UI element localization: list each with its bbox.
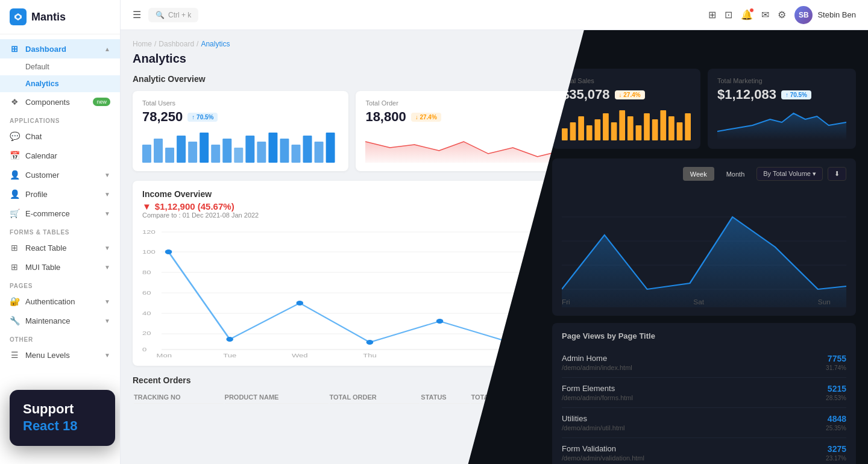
- apps-icon[interactable]: ⊡: [725, 9, 732, 20]
- dark-stat-cards: Total Sales $35,078 ↓ 27.4%: [552, 69, 856, 149]
- pv-value: 5215: [826, 384, 846, 393]
- svg-rect-12: [660, 110, 666, 140]
- svg-rect-32: [245, 136, 254, 163]
- pv-pct: 25.35%: [826, 425, 846, 431]
- sidebar-item-authentication[interactable]: 🔐 Authentication ▼: [0, 292, 120, 311]
- pv-path: /demo/admin/index.html: [562, 364, 826, 371]
- header-search[interactable]: 🔍 Ctrl + k: [148, 8, 198, 22]
- sidebar-item-ecommerce[interactable]: 🛒 E-commerce ▼: [0, 204, 120, 223]
- pv-info: Admin Home /demo/admin/index.html: [562, 354, 826, 371]
- mail-icon[interactable]: ✉: [761, 9, 769, 20]
- svg-text:80: 80: [142, 269, 151, 275]
- menu-toggle-icon[interactable]: ☰: [133, 9, 141, 20]
- svg-point-54: [165, 249, 172, 254]
- logo-icon: [10, 8, 27, 25]
- mui-table-icon: ⊞: [10, 262, 19, 272]
- svg-rect-38: [315, 142, 324, 163]
- col-product: PRODUCT NAME: [225, 391, 329, 404]
- chevron-down-icon: ▼: [104, 172, 110, 178]
- dark-stat-label-sales: Total Sales: [562, 77, 691, 84]
- income-header: Income Overview: [142, 189, 562, 199]
- chevron-down-icon-5: ▼: [104, 264, 110, 271]
- customer-icon: 👤: [10, 170, 19, 180]
- sidebar-item-dashboard[interactable]: ⊞ Dashboard ▲: [0, 39, 120, 58]
- table-icon: ⊞: [10, 243, 19, 252]
- dark-stat-card-marketing: Total Marketing $1,12,083 ↑ 70.5%: [708, 69, 856, 149]
- new-badge: new: [93, 98, 110, 106]
- sidebar-sub-analytics[interactable]: Analytics: [0, 75, 120, 92]
- stat-cards: Total Users 78,250 ↑ 70.5%: [133, 91, 572, 171]
- sidebar-item-customer[interactable]: 👤 Customer ▼: [0, 165, 120, 184]
- dark-income-chart: Week Month By Total Volume ▾ ⬇: [552, 158, 856, 316]
- pv-title: Utilities: [562, 414, 826, 423]
- svg-rect-25: [165, 148, 174, 163]
- maintenance-icon: 🔧: [10, 316, 19, 325]
- income-line-chart: 120 100 80 60 40 20 0: [142, 225, 562, 357]
- applications-section: Applications: [0, 111, 120, 127]
- forms-tables-section: Forms & Tables: [0, 223, 120, 238]
- income-value: ▼ $1,12,900 (45.67%): [142, 201, 562, 212]
- svg-rect-9: [636, 125, 642, 140]
- svg-rect-10: [644, 113, 650, 140]
- month-button[interactable]: Month: [719, 167, 752, 181]
- chevron-down-icon-2: ▼: [104, 191, 110, 198]
- sidebar-item-maintenance[interactable]: 🔧 Maintenance ▼: [0, 311, 120, 330]
- dark-stat-card-sales: Total Sales $35,078 ↓ 27.4%: [552, 69, 700, 149]
- support-subtitle: React 18: [23, 418, 102, 435]
- sidebar-item-mui-table[interactable]: ⊞ MUI Table ▼: [0, 257, 120, 277]
- svg-text:Thu: Thu: [363, 353, 376, 357]
- pv-path: /demo/admin/forms.html: [562, 394, 826, 401]
- svg-rect-24: [154, 139, 163, 163]
- search-icon: 🔍: [156, 11, 165, 19]
- svg-point-58: [436, 319, 444, 324]
- header-right: ⊞ ⊡ 🔔 ✉ ⚙ SB Stebin Ben: [708, 6, 856, 24]
- sidebar-sub-default[interactable]: Default: [0, 58, 120, 75]
- week-button[interactable]: Week: [683, 167, 714, 181]
- marketing-badge: ↑ 70.5%: [781, 90, 811, 99]
- download-button[interactable]: ⬇: [828, 167, 846, 181]
- stat-card-users-label: Total Users: [142, 99, 339, 107]
- svg-text:Fri: Fri: [562, 299, 570, 306]
- sidebar-item-components[interactable]: ❖ Components new: [0, 92, 120, 111]
- sidebar-item-menu-levels[interactable]: ☰ Menu Levels ▼: [0, 345, 120, 365]
- main-area: ☰ 🔍 Ctrl + k ⊞ ⊡ 🔔 ✉ ⚙ SB Stebin Ben: [121, 0, 868, 464]
- pv-value: 3275: [826, 444, 846, 454]
- pv-path: /demo/admin/util.html: [562, 424, 826, 431]
- sidebar-item-calendar[interactable]: 📅 Calendar: [0, 146, 120, 165]
- pv-stats: 3275 23.17%: [826, 444, 846, 462]
- user-name: Stebin Ben: [817, 10, 856, 19]
- pv-value: 4848: [826, 414, 846, 424]
- pv-info: Utilities /demo/admin/util.html: [562, 414, 826, 431]
- sidebar-item-profile[interactable]: 👤 Profile ▼: [0, 184, 120, 204]
- chevron-up-icon: ▲: [104, 46, 110, 52]
- pv-pct: 31.74%: [826, 365, 846, 371]
- pv-pct: 28.53%: [826, 395, 846, 401]
- svg-text:Wed: Wed: [292, 353, 308, 357]
- sidebar-item-react-table[interactable]: ⊞ React Table ▼: [0, 238, 120, 257]
- sales-chart: [562, 107, 691, 140]
- pv-title: Form Validation: [562, 444, 826, 453]
- support-tooltip: Support React 18: [10, 390, 115, 446]
- grid-icon[interactable]: ⊞: [708, 9, 716, 20]
- svg-text:60: 60: [142, 290, 151, 296]
- page-view-item: Admin Home /demo/admin/index.html 7755 3…: [562, 348, 846, 378]
- pv-path: /demo/admin/validation.html: [562, 454, 826, 462]
- chevron-down-icon-4: ▼: [104, 245, 110, 251]
- user-menu[interactable]: SB Stebin Ben: [794, 6, 856, 24]
- page-view-item: Form Elements /demo/admin/forms.html 521…: [562, 378, 846, 408]
- sidebar-item-chat[interactable]: 💬 Chat: [0, 127, 120, 146]
- settings-icon[interactable]: ⚙: [778, 9, 786, 20]
- svg-text:0: 0: [142, 346, 146, 353]
- other-section: Other: [0, 330, 120, 345]
- sales-badge: ↓ 27.4%: [615, 90, 645, 99]
- volume-select[interactable]: By Total Volume ▾: [756, 167, 823, 181]
- notification-icon[interactable]: 🔔: [741, 9, 753, 20]
- svg-rect-5: [603, 113, 609, 140]
- svg-text:40: 40: [142, 310, 151, 316]
- svg-rect-3: [587, 125, 593, 140]
- pv-value: 7755: [826, 354, 846, 363]
- dark-area-chart: Fri Sat Sun: [562, 187, 846, 307]
- orders-badge: ↓ 27.4%: [411, 113, 441, 122]
- stat-card-users-value: 78,250 ↑ 70.5%: [142, 109, 339, 125]
- avatar: SB: [794, 6, 813, 24]
